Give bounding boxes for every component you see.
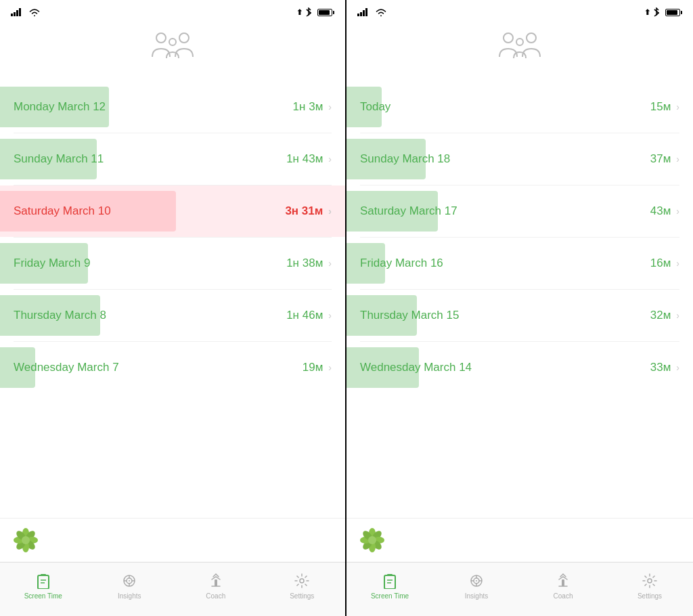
day-value: 1н 38м› bbox=[286, 257, 332, 270]
svg-point-27 bbox=[527, 33, 536, 43]
location-icon-right: ⬆ bbox=[644, 8, 650, 17]
day-value-text: 33м bbox=[650, 361, 671, 374]
day-value-text: 43м bbox=[650, 204, 671, 218]
svg-rect-23 bbox=[215, 579, 217, 586]
day-label: Friday March 9 bbox=[14, 257, 90, 270]
tab-label-screen-time: Screen Time bbox=[371, 592, 409, 600]
big-time-right bbox=[346, 66, 693, 81]
day-label: Sunday March 11 bbox=[14, 152, 104, 166]
day-value-text: 19м bbox=[303, 361, 323, 374]
day-value-text: 16м bbox=[650, 257, 671, 270]
status-right-left: ⬆ bbox=[296, 7, 334, 17]
tab-label-settings: Settings bbox=[290, 592, 314, 600]
location-icon: ⬆ bbox=[296, 8, 303, 17]
day-value: 1н 3м› bbox=[293, 100, 332, 114]
day-label: Wednesday March 7 bbox=[14, 361, 119, 374]
status-left bbox=[11, 8, 40, 16]
day-value: 15м› bbox=[650, 100, 679, 114]
day-value: 32м› bbox=[650, 309, 679, 322]
chevron-icon: › bbox=[676, 258, 679, 269]
chevron-icon: › bbox=[676, 154, 679, 164]
day-value-text: 3н 31м bbox=[285, 204, 323, 218]
tab-icon-insights bbox=[468, 572, 485, 590]
header-area-right bbox=[346, 24, 693, 66]
day-value-text: 37м bbox=[650, 152, 671, 166]
svg-point-44 bbox=[476, 580, 477, 581]
header-area-left bbox=[0, 24, 345, 66]
tab-coach[interactable]: Coach bbox=[520, 572, 606, 600]
day-value-text: 1н 38м bbox=[286, 257, 323, 270]
svg-point-18 bbox=[129, 580, 130, 581]
day-label: Wednesday March 14 bbox=[360, 361, 472, 374]
tab-settings[interactable]: Settings bbox=[606, 572, 693, 600]
tab-screen-time[interactable]: Screen Time bbox=[346, 572, 433, 600]
tab-label-insights: Insights bbox=[118, 592, 141, 600]
day-item[interactable]: Sunday March 111н 43м› bbox=[0, 133, 345, 185]
coach-banner-right[interactable] bbox=[346, 518, 693, 562]
day-value: 16м› bbox=[650, 257, 679, 270]
day-value-text: 32м bbox=[650, 309, 671, 322]
coach-banner-left[interactable] bbox=[0, 518, 345, 562]
day-item[interactable]: Wednesday March 1433м› bbox=[346, 342, 693, 393]
chevron-icon: › bbox=[328, 310, 332, 321]
chevron-icon: › bbox=[328, 102, 332, 112]
tab-insights[interactable]: Insights bbox=[433, 572, 520, 600]
day-label: Saturday March 17 bbox=[360, 204, 457, 218]
tab-label-insights: Insights bbox=[465, 592, 488, 600]
svg-rect-13 bbox=[41, 574, 46, 576]
tab-bar-left: Screen Time Insights Coach Settings bbox=[0, 562, 345, 616]
status-right-right: ⬆ bbox=[644, 7, 682, 17]
chevron-icon: › bbox=[328, 362, 332, 373]
chevron-icon: › bbox=[676, 310, 679, 321]
day-item[interactable]: Saturday March 103н 31м› bbox=[0, 185, 345, 237]
tab-icon-settings bbox=[293, 572, 311, 590]
day-label: Today bbox=[360, 100, 390, 114]
day-item[interactable]: Saturday March 1743м› bbox=[346, 185, 693, 237]
tab-label-settings: Settings bbox=[638, 592, 662, 600]
svg-point-26 bbox=[504, 33, 513, 43]
tab-icon-coach bbox=[554, 572, 572, 590]
day-value: 1н 43м› bbox=[286, 152, 332, 166]
day-item[interactable]: Friday March 1616м› bbox=[346, 238, 693, 289]
status-left-right bbox=[357, 8, 386, 16]
left-screen: ⬆ bbox=[0, 0, 346, 616]
chevron-icon: › bbox=[676, 362, 679, 373]
day-value-text: 15м bbox=[650, 100, 671, 114]
big-time-left bbox=[0, 66, 345, 81]
svg-rect-39 bbox=[387, 574, 393, 576]
svg-point-11 bbox=[22, 536, 30, 544]
svg-point-0 bbox=[156, 33, 166, 43]
tab-bar-right: Screen Time Insights Coach Settings bbox=[346, 562, 693, 616]
day-label: Sunday March 18 bbox=[360, 152, 450, 166]
day-item[interactable]: Friday March 91н 38м› bbox=[0, 238, 345, 289]
svg-point-2 bbox=[169, 39, 176, 45]
svg-rect-12 bbox=[38, 575, 49, 589]
wifi-icon-right bbox=[376, 8, 386, 16]
coach-flower-icon-left bbox=[11, 525, 41, 555]
svg-point-51 bbox=[648, 579, 652, 583]
day-item[interactable]: Sunday March 1837м› bbox=[346, 133, 693, 185]
day-value: 19м› bbox=[303, 361, 332, 374]
day-item[interactable]: Wednesday March 719м› bbox=[0, 342, 345, 393]
tab-icon-insights bbox=[120, 572, 138, 590]
day-item[interactable]: Thursday March 1532м› bbox=[346, 290, 693, 341]
tab-coach[interactable]: Coach bbox=[173, 572, 259, 600]
chevron-icon: › bbox=[328, 154, 332, 164]
svg-rect-38 bbox=[384, 575, 395, 589]
tab-settings[interactable]: Settings bbox=[259, 572, 346, 600]
battery-icon bbox=[317, 9, 334, 16]
tab-label-coach: Coach bbox=[206, 592, 225, 600]
day-value: 43м› bbox=[650, 204, 679, 218]
day-item[interactable]: Today15м› bbox=[346, 81, 693, 133]
day-value: 33м› bbox=[650, 361, 679, 374]
bluetooth-icon bbox=[305, 7, 312, 17]
day-value: 37м› bbox=[650, 152, 679, 166]
day-item[interactable]: Thursday March 81н 46м› bbox=[0, 290, 345, 341]
day-item[interactable]: Monday March 121н 3м› bbox=[0, 81, 345, 133]
tab-insights[interactable]: Insights bbox=[87, 572, 173, 600]
day-list-left: Monday March 121н 3м›Sunday March 111н 4… bbox=[0, 81, 345, 518]
signal-icon bbox=[11, 8, 21, 16]
svg-point-1 bbox=[179, 33, 189, 43]
family-icon-left bbox=[149, 30, 196, 64]
tab-screen-time[interactable]: Screen Time bbox=[0, 572, 87, 600]
